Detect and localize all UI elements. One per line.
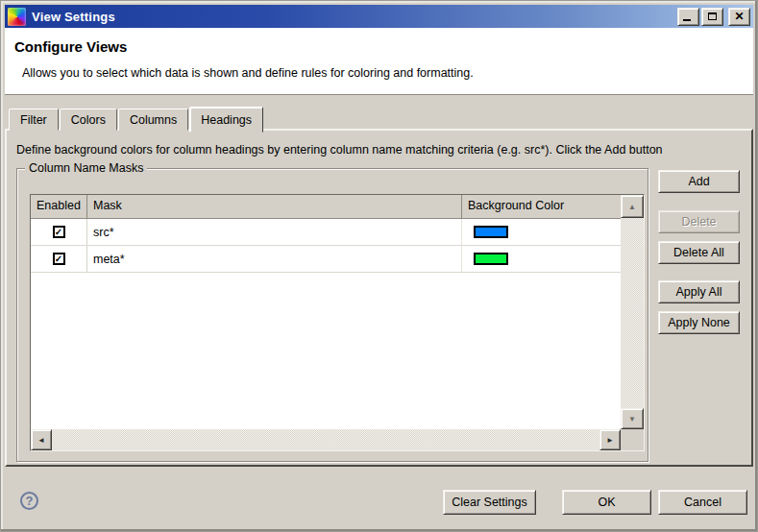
delete-all-button[interactable]: Delete All [658,241,740,264]
ok-button[interactable]: OK [562,490,651,515]
horizontal-scroll-track[interactable] [52,429,599,450]
column-header-background-color[interactable]: Background Color [462,195,621,218]
tab-bar: Filter Colors Columns Headings [9,105,264,131]
cancel-button[interactable]: Cancel [658,490,747,515]
instruction-text: Define background colors for column head… [16,143,663,157]
vertical-scrollbar[interactable]: ▲ ▼ [621,195,644,429]
scrollbar-corner [621,429,644,450]
column-header-mask[interactable]: Mask [87,195,462,218]
minimize-button[interactable] [677,8,699,26]
background-color-swatch[interactable] [474,226,508,238]
enabled-checkbox[interactable]: ✓ [53,253,65,265]
check-icon: ✓ [55,228,62,237]
group-title: Column Name Masks [25,161,147,175]
add-button[interactable]: Add [658,170,740,193]
scroll-down-button[interactable]: ▼ [621,408,644,429]
masks-table: Enabled Mask Background Color ✓ src* ✓ [30,194,645,451]
help-button[interactable]: ? [20,492,38,510]
background-color-swatch[interactable] [474,253,508,265]
horizontal-scrollbar[interactable]: ◄ ► [31,429,621,450]
close-button[interactable]: ✕ [728,8,750,26]
scroll-right-icon: ► [606,436,614,445]
check-icon: ✓ [55,254,62,264]
app-logo-icon [8,8,26,26]
scroll-left-icon: ◄ [37,436,45,445]
clear-settings-button[interactable]: Clear Settings [443,490,536,515]
column-name-masks-group: Column Name Masks Enabled Mask Backgroun… [16,168,648,462]
tab-colors[interactable]: Colors [60,109,117,131]
view-settings-dialog: View Settings ✕ Configure Views Allows y… [0,0,758,532]
table-row[interactable]: ✓ meta* [31,246,644,273]
vertical-scroll-track[interactable] [621,218,644,408]
minimize-icon [683,19,691,21]
scroll-right-button[interactable]: ► [599,429,621,450]
apply-none-button[interactable]: Apply None [658,311,740,334]
table-row[interactable]: ✓ src* [31,219,644,246]
headings-tab-panel: Define background colors for column head… [5,129,753,467]
tab-headings[interactable]: Headings [189,107,263,133]
maximize-button[interactable] [701,8,723,26]
mask-cell[interactable]: meta* [87,246,462,272]
delete-button[interactable]: Delete [658,210,740,233]
scroll-left-button[interactable]: ◄ [31,429,52,450]
maximize-icon [708,12,717,20]
close-icon: ✕ [734,11,744,22]
scroll-up-button[interactable]: ▲ [621,195,644,218]
page-description: Allows you to select which data is shown… [22,66,474,80]
tab-filter[interactable]: Filter [9,109,59,131]
mask-cell[interactable]: src* [87,219,462,245]
tab-columns[interactable]: Columns [118,109,188,131]
scroll-down-icon: ▼ [628,415,636,423]
dialog-header: Configure Views Allows you to select whi… [5,28,753,95]
enabled-checkbox[interactable]: ✓ [53,226,65,238]
column-header-enabled[interactable]: Enabled [31,195,87,218]
page-title: Configure Views [14,38,127,55]
titlebar[interactable]: View Settings ✕ [5,5,753,28]
apply-all-button[interactable]: Apply All [658,280,740,303]
scroll-up-icon: ▲ [628,203,636,211]
question-mark-icon: ? [26,494,34,508]
window-title: View Settings [32,10,115,24]
table-header-row: Enabled Mask Background Color [31,195,644,219]
